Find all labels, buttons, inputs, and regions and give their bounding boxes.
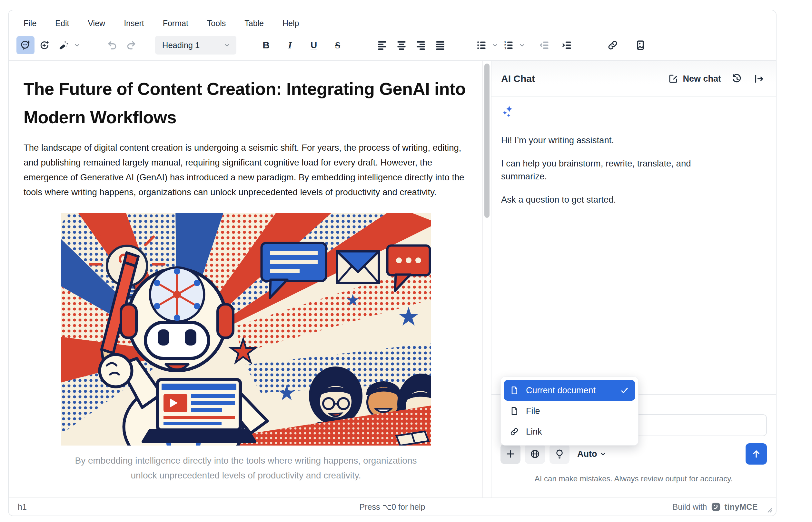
align-center-button[interactable] <box>393 36 411 54</box>
document-body[interactable]: The Future of Content Creation: Integrat… <box>9 61 491 483</box>
lightbulb-icon <box>554 449 565 459</box>
context-menu-popup: Current document File Link <box>500 377 639 445</box>
document-paragraph[interactable]: The landscape of digital content creatio… <box>23 140 468 200</box>
resize-grip-icon[interactable] <box>765 505 773 514</box>
sparkles-icon <box>501 105 514 118</box>
ai-chat-icon <box>20 40 31 51</box>
chevron-down-icon <box>224 42 231 49</box>
send-icon <box>751 449 762 459</box>
ai-command-button[interactable] <box>55 36 72 54</box>
link-icon <box>607 40 618 51</box>
italic-button[interactable]: I <box>281 36 299 54</box>
image-icon <box>635 40 646 51</box>
ai-chat-header: AI Chat New chat <box>492 61 776 97</box>
redo-icon <box>126 40 137 51</box>
web-search-button[interactable] <box>525 444 545 464</box>
underline-button[interactable]: U <box>305 36 323 54</box>
chat-history-button[interactable] <box>729 72 744 86</box>
menu-file[interactable]: File <box>20 17 40 30</box>
align-left-button[interactable] <box>373 36 391 54</box>
context-option-label: Link <box>526 427 542 437</box>
italic-icon: I <box>288 40 292 50</box>
chevron-down-icon[interactable] <box>519 42 526 49</box>
menu-insert[interactable]: Insert <box>120 17 148 30</box>
toolbar: Heading 1 B I U S <box>9 32 776 60</box>
document-caption[interactable]: By embedding intelligence directly into … <box>61 453 431 483</box>
close-sidebar-button[interactable] <box>752 72 766 86</box>
chat-toolbar: Auto <box>500 443 767 465</box>
bullet-list-button[interactable] <box>473 36 491 54</box>
suggestions-button[interactable] <box>549 444 569 464</box>
context-option-current-document[interactable]: Current document <box>504 380 635 401</box>
branding[interactable]: Build with tinyMCE <box>673 502 767 512</box>
new-chat-button[interactable]: New chat <box>668 74 721 84</box>
document-icon <box>510 386 519 395</box>
attach-button[interactable] <box>500 444 520 464</box>
greeting-line: Hi! I’m your writing assistant. <box>501 134 733 147</box>
element-path[interactable]: h1 <box>18 502 27 512</box>
ai-chat-button[interactable] <box>17 36 35 54</box>
greeting-line: I can help you brainstorm, rewrite, tran… <box>501 157 733 183</box>
bold-button[interactable]: B <box>257 36 275 54</box>
outdent-icon <box>539 40 550 51</box>
menu-edit[interactable]: Edit <box>51 17 73 30</box>
context-option-link[interactable]: Link <box>504 421 635 442</box>
outdent-button[interactable] <box>535 36 554 54</box>
editor-header: File Edit View Insert Format Tools Table… <box>9 10 776 61</box>
globe-icon <box>530 449 540 459</box>
strikethrough-button[interactable]: S <box>329 36 347 54</box>
editor-scrollbar-thumb[interactable] <box>484 64 490 218</box>
branding-prefix: Build with <box>673 502 707 512</box>
underline-icon: U <box>311 41 317 50</box>
new-chat-icon <box>668 74 678 84</box>
tinymce-logo-icon <box>711 502 721 512</box>
image-button[interactable] <box>631 36 649 54</box>
menu-help[interactable]: Help <box>278 17 303 30</box>
new-chat-label: New chat <box>683 74 721 84</box>
menu-table[interactable]: Table <box>241 17 268 30</box>
main-area: The Future of Content Creation: Integrat… <box>9 61 776 498</box>
check-icon <box>620 386 629 395</box>
ai-chat-title: AI Chat <box>501 73 668 84</box>
indent-button[interactable] <box>558 36 576 54</box>
redo-button[interactable] <box>122 36 140 54</box>
link-button[interactable] <box>604 36 622 54</box>
menu-format[interactable]: Format <box>159 17 192 30</box>
align-right-icon <box>415 40 426 51</box>
chevron-down-icon[interactable] <box>74 42 81 49</box>
indent-icon <box>561 40 572 51</box>
greeting-line: Ask a question to get started. <box>501 193 733 206</box>
chat-message-list: Hi! I’m your writing assistant. I can he… <box>492 97 776 394</box>
menu-tools[interactable]: Tools <box>203 17 230 30</box>
undo-button[interactable] <box>103 36 121 54</box>
numbered-list-icon: 1 2 3 <box>503 40 514 51</box>
plus-icon <box>505 449 516 459</box>
bullet-list-icon <box>476 40 487 51</box>
align-right-button[interactable] <box>412 36 430 54</box>
align-justify-icon <box>435 40 446 51</box>
send-button[interactable] <box>746 443 767 465</box>
ai-command-icon <box>58 40 69 51</box>
editor-canvas[interactable]: The Future of Content Creation: Integrat… <box>9 61 491 498</box>
document-illustration <box>61 213 431 445</box>
document-figure[interactable]: By embedding intelligence directly into … <box>61 213 431 483</box>
strikethrough-icon: S <box>335 41 340 50</box>
ai-chat-panel: AI Chat New chat <box>491 61 776 498</box>
chevron-down-icon[interactable] <box>492 42 499 49</box>
editor-scrollbar-track[interactable] <box>482 61 491 498</box>
context-option-label: Current document <box>526 385 596 396</box>
undo-icon <box>107 40 118 51</box>
context-option-label: File <box>526 406 540 416</box>
ai-disclaimer: AI can make mistakes. Always review outp… <box>500 474 767 483</box>
menu-view[interactable]: View <box>84 17 109 30</box>
model-select[interactable]: Auto <box>577 449 607 459</box>
link-icon <box>510 427 519 436</box>
numbered-list-button[interactable]: 1 2 3 <box>500 36 518 54</box>
status-bar: h1 Press ⌥0 for help Build with tinyMCE <box>9 498 776 516</box>
ai-shortcuts-button[interactable] <box>36 36 54 54</box>
align-justify-button[interactable] <box>431 36 449 54</box>
format-select[interactable]: Heading 1 <box>155 36 236 55</box>
context-option-file[interactable]: File <box>504 401 635 421</box>
document-heading[interactable]: The Future of Content Creation: Integrat… <box>23 75 468 131</box>
chevron-down-icon <box>600 450 607 458</box>
